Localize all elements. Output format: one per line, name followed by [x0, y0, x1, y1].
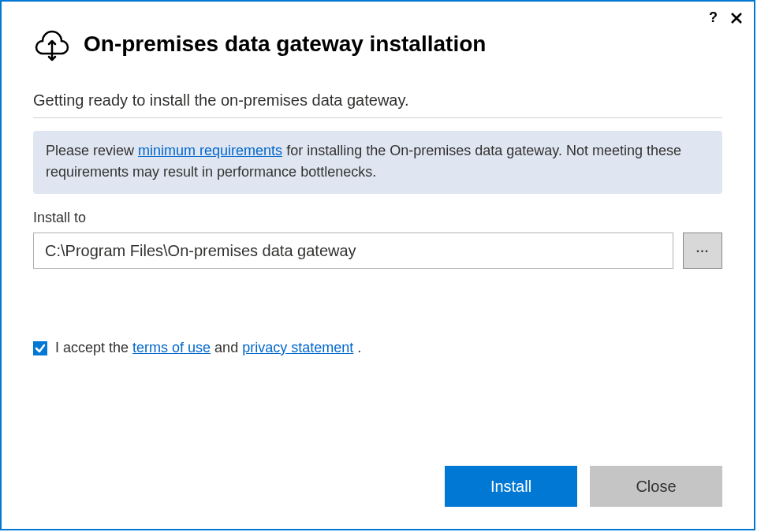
privacy-statement-link[interactable]: privacy statement	[242, 340, 353, 355]
install-path-input[interactable]	[33, 233, 673, 269]
help-button[interactable]: ?	[706, 9, 721, 26]
close-button[interactable]: Close	[590, 466, 722, 507]
close-icon	[730, 12, 743, 24]
checkmark-icon	[35, 343, 46, 354]
accept-text-before: I accept the	[55, 340, 132, 355]
header: On-premises data gateway installation	[33, 25, 722, 63]
subtitle-text: Getting ready to install the on-premises…	[33, 91, 722, 118]
accept-text-after: .	[353, 340, 361, 355]
cloud-gateway-icon	[33, 25, 71, 63]
accept-text: I accept the terms of use and privacy st…	[55, 340, 361, 356]
install-to-label: Install to	[33, 210, 722, 226]
min-requirements-link[interactable]: minimum requirements	[138, 143, 282, 158]
install-path-row: ...	[33, 233, 722, 269]
installer-window: ? On-premises data gateway installation …	[0, 0, 755, 530]
browse-button[interactable]: ...	[683, 233, 722, 269]
content-area: On-premises data gateway installation Ge…	[2, 2, 754, 466]
terms-of-use-link[interactable]: terms of use	[132, 340, 211, 355]
info-text-before: Please review	[46, 143, 138, 158]
close-window-button[interactable]	[729, 12, 744, 24]
install-button[interactable]: Install	[445, 466, 577, 507]
requirements-info-box: Please review minimum requirements for i…	[33, 131, 722, 194]
accept-checkbox[interactable]	[33, 341, 47, 355]
footer-buttons: Install Close	[2, 466, 754, 529]
page-title: On-premises data gateway installation	[84, 32, 486, 57]
titlebar-buttons: ?	[706, 9, 744, 26]
accept-terms-row: I accept the terms of use and privacy st…	[33, 340, 722, 356]
accept-text-mid: and	[211, 340, 242, 355]
